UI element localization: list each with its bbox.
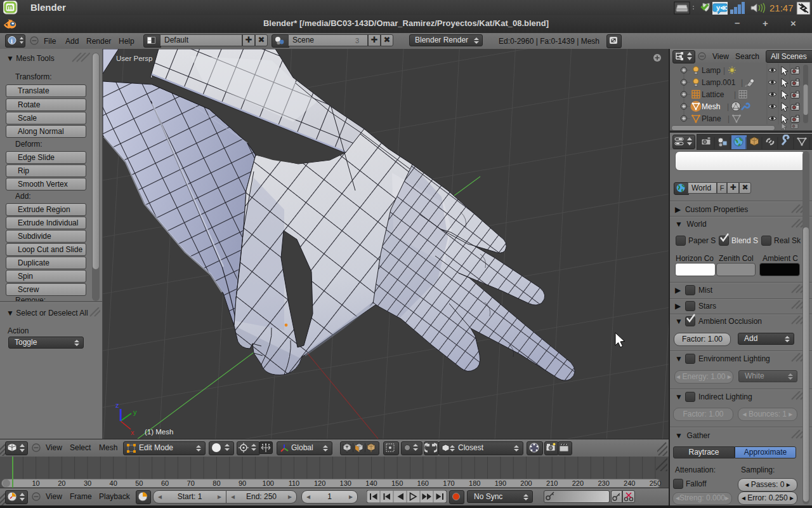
svg-text:200: 200	[520, 479, 532, 487]
svg-text:120: 120	[314, 479, 325, 487]
svg-text:User Persp: User Persp	[116, 55, 153, 62]
svg-text:|: |	[727, 102, 729, 111]
svg-text:130: 130	[340, 479, 351, 487]
svg-text:Lamp: Lamp	[702, 66, 721, 75]
svg-text:90: 90	[239, 479, 246, 487]
svg-text:80: 80	[213, 479, 220, 487]
svg-text:Mesh: Mesh	[702, 102, 720, 111]
svg-text:|: |	[741, 78, 743, 87]
svg-text:Lamp.001: Lamp.001	[702, 78, 736, 87]
svg-text:x: x	[131, 429, 134, 436]
svg-text:40: 40	[110, 479, 117, 487]
svg-text:110: 110	[289, 479, 300, 487]
svg-text:230: 230	[598, 479, 609, 487]
svg-text:50: 50	[135, 479, 143, 487]
svg-text:140: 140	[365, 479, 377, 487]
svg-text:180: 180	[469, 479, 480, 487]
svg-text:|: |	[723, 66, 725, 75]
svg-text:70: 70	[187, 479, 195, 487]
svg-text:60: 60	[161, 479, 169, 487]
svg-text:Lattice: Lattice	[702, 90, 724, 99]
svg-text:220: 220	[572, 479, 584, 487]
svg-text:|: |	[734, 90, 736, 99]
svg-text:20: 20	[58, 479, 65, 487]
svg-text:21:47: 21:47	[769, 3, 794, 13]
svg-text:z: z	[115, 401, 119, 409]
svg-text:190: 190	[495, 479, 506, 487]
svg-text:240: 240	[624, 479, 635, 487]
svg-text:170: 170	[443, 479, 454, 487]
svg-text:y: y	[133, 408, 137, 416]
svg-text:y≪: y≪	[716, 4, 728, 11]
svg-text:210: 210	[546, 479, 558, 487]
svg-text:150: 150	[391, 479, 403, 487]
svg-text:(1) Mesh: (1) Mesh	[145, 428, 173, 436]
svg-text:30: 30	[84, 479, 91, 487]
svg-text:10: 10	[32, 479, 39, 487]
svg-text:160: 160	[417, 479, 429, 487]
svg-text:250: 250	[650, 479, 661, 487]
svg-text:100: 100	[263, 479, 274, 487]
svg-text:i: i	[11, 37, 13, 44]
svg-text:Plane: Plane	[702, 114, 721, 123]
svg-text:|: |	[728, 114, 730, 123]
